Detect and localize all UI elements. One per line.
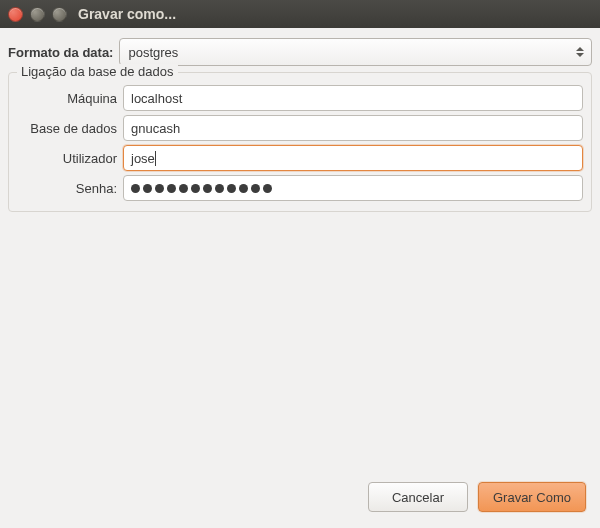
host-row: Máquina	[17, 85, 583, 111]
titlebar: Gravar como...	[0, 0, 600, 28]
minimize-icon[interactable]	[30, 7, 45, 22]
host-input[interactable]	[123, 85, 583, 111]
text-cursor	[155, 151, 156, 166]
button-bar: Cancelar Gravar Como	[368, 482, 586, 512]
password-row: Senha:	[17, 175, 583, 201]
format-row: Formato da data: postgres	[8, 38, 592, 66]
password-dot-icon	[155, 184, 164, 193]
format-value: postgres	[128, 45, 178, 60]
password-dot-icon	[215, 184, 224, 193]
password-dot-icon	[191, 184, 200, 193]
window-title: Gravar como...	[78, 6, 176, 22]
password-dot-icon	[203, 184, 212, 193]
user-value: jose	[131, 151, 155, 166]
password-dot-icon	[131, 184, 140, 193]
cancel-button[interactable]: Cancelar	[368, 482, 468, 512]
maximize-icon[interactable]	[52, 7, 67, 22]
database-label: Base de dados	[17, 121, 117, 136]
connection-fieldset: Ligação da base de dados Máquina Base de…	[8, 72, 592, 212]
combo-spin-icon	[573, 39, 587, 65]
user-label: Utilizador	[17, 151, 117, 166]
password-label: Senha:	[17, 181, 117, 196]
chevron-down-icon	[576, 53, 584, 57]
chevron-up-icon	[576, 47, 584, 51]
save-as-button[interactable]: Gravar Como	[478, 482, 586, 512]
connection-legend: Ligação da base de dados	[17, 64, 178, 79]
password-dot-icon	[263, 184, 272, 193]
password-dot-icon	[227, 184, 236, 193]
password-dot-icon	[143, 184, 152, 193]
password-dot-icon	[167, 184, 176, 193]
database-row: Base de dados	[17, 115, 583, 141]
dialog-content: Formato da data: postgres Ligação da bas…	[0, 28, 600, 220]
database-input[interactable]	[123, 115, 583, 141]
host-label: Máquina	[17, 91, 117, 106]
close-icon[interactable]	[8, 7, 23, 22]
user-input[interactable]: jose	[123, 145, 583, 171]
password-dot-icon	[179, 184, 188, 193]
password-dot-icon	[239, 184, 248, 193]
format-label: Formato da data:	[8, 45, 113, 60]
password-dot-icon	[251, 184, 260, 193]
password-input[interactable]	[123, 175, 583, 201]
format-combobox[interactable]: postgres	[119, 38, 592, 66]
user-row: Utilizador jose	[17, 145, 583, 171]
